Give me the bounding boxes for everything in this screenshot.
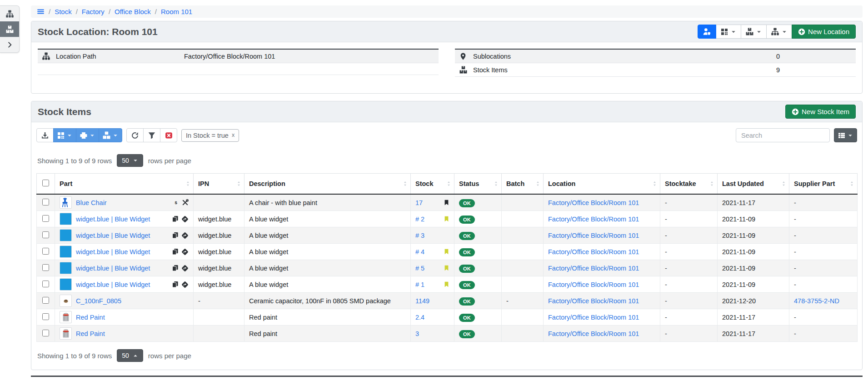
row-checkbox[interactable] <box>42 248 49 255</box>
status-badge: OK <box>459 330 475 338</box>
stock-link[interactable]: 1149 <box>415 297 429 305</box>
location-link[interactable]: Factory/Office Block/Room 101 <box>548 297 639 305</box>
part-thumbnail[interactable] <box>60 196 72 209</box>
sidebar-expand-button[interactable] <box>0 37 19 52</box>
stock-options-button[interactable] <box>99 128 122 142</box>
part-thumbnail[interactable] <box>60 229 72 241</box>
hamburger-icon[interactable] <box>37 8 45 15</box>
batch-cell <box>502 276 544 293</box>
stock-link[interactable]: 2.4 <box>415 314 424 321</box>
breadcrumb-link-office-block[interactable]: Office Block <box>115 8 151 15</box>
supplier-part-link[interactable]: 478-3755-2-ND <box>794 297 839 305</box>
column-header-batch[interactable]: Batch <box>502 174 544 195</box>
batch-cell <box>502 194 544 211</box>
column-header-last-updated[interactable]: Last Updated <box>718 174 789 195</box>
page-size-dropdown[interactable]: 50 <box>117 154 143 167</box>
part-thumbnail[interactable] <box>60 213 72 225</box>
add-filter-button[interactable] <box>143 128 160 142</box>
part-thumbnail[interactable] <box>60 278 72 291</box>
column-header-status[interactable]: Status <box>454 174 502 195</box>
part-thumbnail[interactable] <box>60 295 72 307</box>
column-header-description[interactable]: Description <box>244 174 411 195</box>
location-link[interactable]: Factory/Office Block/Room 101 <box>548 216 639 223</box>
part-thumbnail[interactable] <box>60 262 72 274</box>
part-thumbnail[interactable] <box>60 311 72 323</box>
row-checkbox[interactable] <box>42 297 49 304</box>
admin-button[interactable] <box>698 25 716 39</box>
part-link[interactable]: widget.blue | Blue Widget <box>76 248 150 256</box>
part-link[interactable]: widget.blue | Blue Widget <box>76 232 150 239</box>
stocktake-cell: - <box>660 326 718 342</box>
stock-link[interactable]: # 1 <box>415 281 424 288</box>
row-checkbox[interactable] <box>42 215 49 222</box>
detail-label: Location Path <box>56 53 184 60</box>
sort-icon <box>652 180 658 187</box>
stock-link[interactable]: # 5 <box>415 265 424 272</box>
part-thumbnail[interactable] <box>60 246 72 258</box>
stock-link[interactable]: # 4 <box>415 248 424 256</box>
part-thumbnail[interactable] <box>60 327 72 340</box>
location-link[interactable]: Factory/Office Block/Room 101 <box>548 248 639 256</box>
column-header-stocktake[interactable]: Stocktake <box>660 174 718 195</box>
row-checkbox[interactable] <box>42 264 49 271</box>
stock-link[interactable]: 17 <box>415 199 423 206</box>
breadcrumb-link-room-101[interactable]: Room 101 <box>161 8 192 15</box>
part-link[interactable]: Red Paint <box>76 330 105 337</box>
columns-button[interactable] <box>834 128 857 142</box>
location-link[interactable]: Factory/Office Block/Room 101 <box>548 281 639 288</box>
column-label: Description <box>249 180 285 187</box>
column-header-supplier-part[interactable]: Supplier Part <box>789 174 858 195</box>
location-link[interactable]: Factory/Office Block/Room 101 <box>548 314 639 321</box>
sidebar-item-sublocations[interactable] <box>0 6 19 21</box>
caret-up-icon <box>133 353 138 358</box>
new-stock-item-button[interactable]: New Stock Item <box>785 105 856 119</box>
row-checkbox[interactable] <box>42 199 49 206</box>
clear-filters-button[interactable] <box>160 128 177 142</box>
detail-value: Factory/Office Block/Room 101 <box>184 53 434 60</box>
stock-link[interactable]: # 2 <box>415 216 424 223</box>
search-input[interactable] <box>736 128 830 142</box>
column-header-stock[interactable]: Stock <box>411 174 454 195</box>
location-link[interactable]: Factory/Office Block/Room 101 <box>548 232 639 239</box>
table-row: widget.blue | Blue Widgetwidget.blueA bl… <box>37 211 858 227</box>
breadcrumb-link-factory[interactable]: Factory <box>82 8 105 15</box>
refresh-button[interactable] <box>126 128 144 142</box>
barcode-actions-button[interactable] <box>53 128 76 142</box>
remove-filter-x[interactable]: x <box>232 132 234 138</box>
row-checkbox[interactable] <box>42 313 49 320</box>
page-size-dropdown[interactable]: 50 <box>117 349 143 362</box>
location-link[interactable]: Factory/Office Block/Room 101 <box>548 199 639 206</box>
column-header-ipn[interactable]: IPN <box>194 174 244 195</box>
new-location-button[interactable]: New Location <box>792 25 856 39</box>
part-link[interactable]: widget.blue | Blue Widget <box>76 216 150 223</box>
detail-label: Stock Items <box>473 66 776 74</box>
pagination-summary: Showing 1 to 9 of 9 rows <box>37 352 112 360</box>
download-button[interactable] <box>36 128 54 142</box>
column-header-part[interactable]: Part <box>55 174 194 195</box>
last-updated-cell: 2021-11-09 <box>718 211 789 227</box>
chevron-right-icon <box>6 41 13 48</box>
location-actions-button[interactable] <box>766 25 792 39</box>
table-row: widget.blue | Blue Widgetwidget.blueA bl… <box>37 260 858 276</box>
column-header-location[interactable]: Location <box>544 174 660 195</box>
part-link[interactable]: widget.blue | Blue Widget <box>76 265 150 272</box>
part-link[interactable]: widget.blue | Blue Widget <box>76 281 150 288</box>
stock-actions-button[interactable] <box>741 25 767 39</box>
location-link[interactable]: Factory/Office Block/Room 101 <box>548 265 639 272</box>
row-checkbox[interactable] <box>42 231 49 238</box>
active-filter-chip[interactable]: In Stock = true x <box>181 129 239 142</box>
supplier-part-cell: - <box>789 309 858 326</box>
part-link[interactable]: Blue Chair <box>76 199 107 206</box>
part-link[interactable]: Red Paint <box>76 314 105 321</box>
print-actions-button[interactable] <box>76 128 99 142</box>
breadcrumb-link-stock[interactable]: Stock <box>55 8 72 15</box>
select-all-checkbox[interactable] <box>42 180 49 186</box>
stock-link[interactable]: 3 <box>415 330 419 337</box>
barcode-actions-button[interactable] <box>716 25 741 39</box>
row-checkbox[interactable] <box>42 330 49 336</box>
row-checkbox[interactable] <box>42 281 49 287</box>
part-link[interactable]: C_100nF_0805 <box>76 297 121 305</box>
stock-link[interactable]: # 3 <box>415 232 424 239</box>
location-link[interactable]: Factory/Office Block/Room 101 <box>548 330 639 337</box>
sidebar-item-stock-items[interactable] <box>0 21 19 37</box>
